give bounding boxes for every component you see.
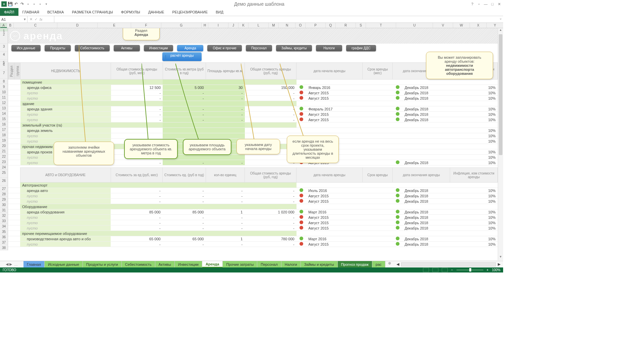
- zoom-slider[interactable]: [457, 269, 483, 270]
- inflation[interactable]: 10%: [450, 236, 498, 242]
- sheet-tab[interactable]: Исходные данные: [45, 261, 83, 267]
- row-header[interactable]: 35: [0, 229, 8, 234]
- horizontal-scroll[interactable]: ◀ ▶: [394, 261, 503, 267]
- cell[interactable]: -: [206, 199, 245, 204]
- end-date[interactable]: [402, 128, 450, 133]
- column-header[interactable]: K: [238, 23, 249, 28]
- start-date[interactable]: Август 2015: [306, 96, 362, 101]
- group-row[interactable]: прочее перемещаемое оборудование: [20, 231, 111, 236]
- item-name[interactable]: пусто: [20, 220, 111, 226]
- column-header[interactable]: W: [453, 23, 470, 28]
- row-header[interactable]: 21: [0, 148, 8, 154]
- sheet-tab[interactable]: Прочие затраты: [223, 261, 257, 267]
- scroll-down-icon[interactable]: ▼: [498, 255, 503, 260]
- column-header[interactable]: P: [306, 23, 326, 28]
- inflation[interactable]: 10%: [450, 160, 498, 165]
- term[interactable]: [363, 236, 393, 242]
- scroll-thumb[interactable]: [499, 34, 502, 155]
- column-header[interactable]: R: [336, 23, 356, 28]
- cell[interactable]: -: [111, 220, 162, 226]
- term[interactable]: [363, 112, 393, 117]
- cell[interactable]: -: [206, 96, 245, 101]
- item-name[interactable]: пусто: [20, 242, 111, 247]
- column-header[interactable]: T: [366, 23, 396, 28]
- sheet-tab[interactable]: Персонал: [257, 261, 281, 267]
- scroll-up-icon[interactable]: ▲: [498, 28, 503, 34]
- cell[interactable]: -: [206, 226, 245, 231]
- end-date[interactable]: Декабрь 2018: [402, 236, 450, 242]
- cell[interactable]: -: [163, 160, 206, 165]
- row-header[interactable]: 14: [0, 111, 8, 116]
- inflation[interactable]: 10%: [450, 117, 498, 122]
- ribbon-tab[interactable]: ФОРМУЛЫ: [117, 8, 144, 16]
- end-date[interactable]: Декабрь 2018: [402, 188, 450, 193]
- scroll-left-icon[interactable]: ◀: [396, 262, 399, 266]
- inflation[interactable]: 10%: [450, 128, 498, 133]
- cell[interactable]: 1 020 000: [245, 209, 296, 215]
- ribbon-tab[interactable]: ДАННЫЕ: [144, 8, 168, 16]
- item-name[interactable]: аренда авто: [20, 188, 111, 193]
- column-header[interactable]: B: [7, 23, 14, 28]
- row-header[interactable]: 31: [0, 207, 8, 213]
- nav-button[interactable]: Активы: [114, 45, 140, 51]
- fx-icon[interactable]: fx: [40, 17, 43, 21]
- item-name[interactable]: пусто: [20, 193, 111, 199]
- end-date[interactable]: Декабрь 2018: [402, 85, 450, 90]
- nav-button[interactable]: Инвестиции: [144, 45, 173, 51]
- cell[interactable]: [206, 133, 245, 139]
- cell[interactable]: -: [111, 215, 162, 220]
- start-date[interactable]: Август 2015: [306, 215, 362, 220]
- group-row[interactable]: Автотранспорт: [20, 183, 111, 188]
- end-date[interactable]: Декабрь 2018: [402, 96, 450, 101]
- sheet-tab[interactable]: Налоги: [281, 261, 301, 267]
- end-date[interactable]: Декабрь 2018: [402, 106, 450, 112]
- end-date[interactable]: Декабрь 2018: [402, 160, 450, 165]
- cell[interactable]: 1: [206, 209, 245, 215]
- end-date[interactable]: Декабрь 2018: [402, 220, 450, 226]
- sheet-tab[interactable]: рас: [372, 261, 385, 267]
- cell[interactable]: -: [245, 215, 296, 220]
- end-date[interactable]: Декабрь 2018: [402, 90, 450, 96]
- inflation[interactable]: 10%: [450, 85, 498, 90]
- ribbon-options-icon[interactable]: ▫: [476, 1, 482, 7]
- cell[interactable]: -: [111, 226, 162, 231]
- item-name[interactable]: пусто: [20, 199, 111, 204]
- cell[interactable]: -: [206, 220, 245, 226]
- end-date[interactable]: [402, 149, 450, 155]
- cell[interactable]: 85 000: [111, 209, 162, 215]
- term[interactable]: [363, 155, 393, 160]
- start-date[interactable]: Март 2016: [306, 209, 362, 215]
- inflation[interactable]: 10%: [450, 226, 498, 231]
- scroll-track[interactable]: [401, 262, 496, 266]
- cell[interactable]: -: [206, 215, 245, 220]
- row-header[interactable]: 3: [0, 44, 8, 52]
- column-header[interactable]: E: [98, 23, 131, 28]
- column-header[interactable]: G: [161, 23, 202, 28]
- row-header[interactable]: 6: [0, 62, 8, 70]
- start-date[interactable]: Август 2015: [306, 90, 362, 96]
- undo-icon[interactable]: ↶: [13, 1, 19, 7]
- inflation[interactable]: 10%: [450, 199, 498, 204]
- term[interactable]: [363, 193, 393, 199]
- row-header[interactable]: 28: [0, 191, 8, 197]
- row-header[interactable]: 29: [0, 197, 8, 202]
- inflation[interactable]: 10%: [450, 133, 498, 139]
- inflation[interactable]: 10%: [450, 155, 498, 160]
- cell[interactable]: -: [206, 112, 245, 117]
- formula-input[interactable]: [54, 16, 498, 22]
- end-date[interactable]: Декабрь 2018: [402, 215, 450, 220]
- end-date[interactable]: Декабрь 2018: [402, 209, 450, 215]
- term[interactable]: [363, 160, 393, 165]
- row-header[interactable]: 19: [0, 138, 8, 143]
- row-header[interactable]: 22: [0, 154, 8, 159]
- item-name[interactable]: пусто: [20, 226, 111, 231]
- inflation[interactable]: 10%: [450, 90, 498, 96]
- term[interactable]: [363, 226, 393, 231]
- tab-file[interactable]: ФАЙЛ: [0, 8, 18, 16]
- cell[interactable]: -: [163, 220, 206, 226]
- row-header[interactable]: 36: [0, 234, 8, 240]
- column-header[interactable]: O: [296, 23, 306, 28]
- end-date[interactable]: Декабрь 2018: [402, 199, 450, 204]
- term[interactable]: [363, 139, 393, 144]
- term[interactable]: [363, 242, 393, 247]
